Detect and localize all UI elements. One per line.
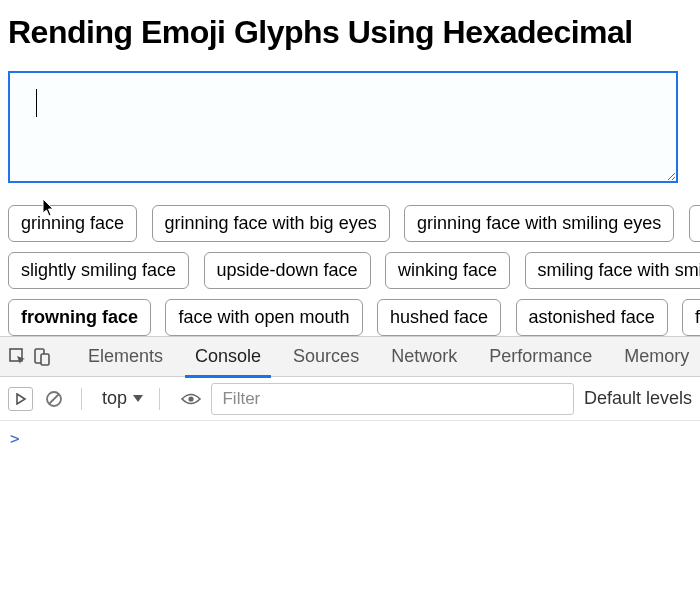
divider xyxy=(81,388,82,410)
toggle-console-drawer-icon[interactable] xyxy=(8,387,33,411)
context-label: top xyxy=(102,388,127,409)
inspect-element-icon[interactable] xyxy=(8,343,28,371)
btn-frowning-face[interactable]: frowning face xyxy=(8,299,151,336)
btn-beaming-face[interactable]: beaming face with smiling eyes xyxy=(689,205,700,242)
console-prompt-icon: > xyxy=(10,429,20,448)
svg-line-4 xyxy=(49,394,59,404)
tab-performance[interactable]: Performance xyxy=(473,337,608,377)
page-title: Rending Emoji Glyphs Using Hexadecimal xyxy=(8,14,692,51)
emoji-buttons: grinning face grinning face with big eye… xyxy=(8,205,692,336)
btn-winking-face[interactable]: winking face xyxy=(385,252,510,289)
button-row-2: slightly smiling face upside-down face w… xyxy=(8,252,692,289)
svg-point-5 xyxy=(188,396,193,401)
devtools-tabbar: Elements Console Sources Network Perform… xyxy=(0,337,700,377)
console-output[interactable]: > xyxy=(0,421,700,456)
live-expression-icon[interactable] xyxy=(180,387,202,411)
btn-grinning-face[interactable]: grinning face xyxy=(8,205,137,242)
console-filter-input[interactable] xyxy=(211,383,573,415)
tab-elements[interactable]: Elements xyxy=(72,337,179,377)
btn-flushed-face[interactable]: flushed face xyxy=(682,299,700,336)
btn-grinning-face-big-eyes[interactable]: grinning face with big eyes xyxy=(152,205,390,242)
clear-console-icon[interactable] xyxy=(43,387,65,411)
device-toolbar-icon[interactable] xyxy=(32,343,52,371)
tab-network[interactable]: Network xyxy=(375,337,473,377)
btn-astonished-face[interactable]: astonished face xyxy=(516,299,668,336)
btn-upside-down-face[interactable]: upside-down face xyxy=(204,252,371,289)
tab-sources[interactable]: Sources xyxy=(277,337,375,377)
tab-memory[interactable]: Memory xyxy=(608,337,700,377)
btn-face-open-mouth[interactable]: face with open mouth xyxy=(165,299,362,336)
button-row-1: grinning face grinning face with big eye… xyxy=(8,205,692,242)
log-levels-selector[interactable]: Default levels xyxy=(584,388,692,409)
emoji-output-textarea[interactable] xyxy=(8,71,678,183)
button-row-3: frowning face face with open mouth hushe… xyxy=(8,299,692,336)
svg-rect-2 xyxy=(41,354,49,365)
console-toolbar: top Default levels xyxy=(0,377,700,421)
divider xyxy=(159,388,160,410)
devtools-panel: Elements Console Sources Network Perform… xyxy=(0,336,700,600)
textarea-container xyxy=(8,71,692,183)
tab-console[interactable]: Console xyxy=(179,337,277,377)
dropdown-triangle-icon xyxy=(133,395,143,402)
btn-smiling-face-smiling-eyes[interactable]: smiling face with smiling eyes xyxy=(525,252,700,289)
btn-hushed-face[interactable]: hushed face xyxy=(377,299,501,336)
btn-grinning-face-smiling-eyes[interactable]: grinning face with smiling eyes xyxy=(404,205,674,242)
execution-context-selector[interactable]: top xyxy=(102,388,143,409)
btn-slightly-smiling-face[interactable]: slightly smiling face xyxy=(8,252,189,289)
text-caret xyxy=(36,89,37,117)
